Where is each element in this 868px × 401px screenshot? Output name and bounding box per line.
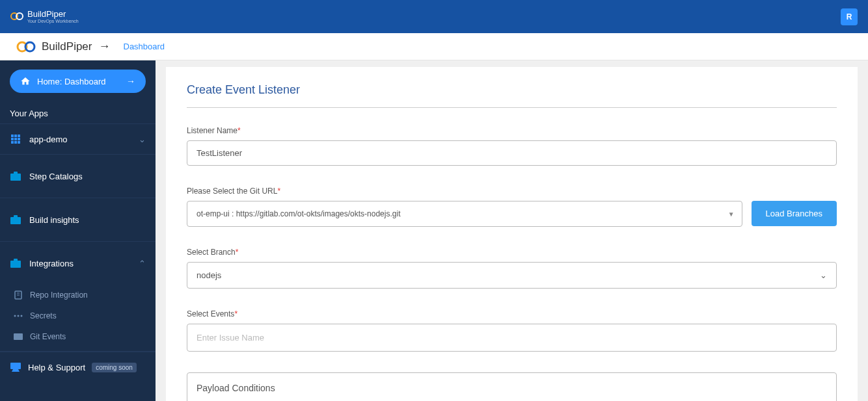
banner-brand-text: BuildPiper — [27, 10, 79, 19]
svg-rect-23 — [14, 333, 23, 340]
svg-point-21 — [18, 315, 20, 317]
svg-rect-10 — [11, 141, 14, 144]
header-brand-text: BuildPiper — [42, 40, 92, 53]
payload-title: Payload Conditions — [197, 383, 827, 393]
select-branch-label: Select Branch* — [187, 248, 837, 257]
banner-tagline: Your DevOps Workbench — [27, 19, 79, 23]
git-url-select[interactable]: ot-emp-ui : https://gitlab.com/ot-okts/i… — [187, 201, 742, 227]
main-content: Create Event Listener Listener Name* Ple… — [156, 60, 868, 401]
home-icon — [20, 76, 31, 86]
ticket-icon — [13, 331, 23, 342]
select-events-label: Select Events* — [187, 309, 837, 318]
sidebar: Home: Dashboard → Your Apps app-demo ⌄ S… — [0, 60, 156, 401]
svg-rect-12 — [18, 141, 20, 144]
banner-logo: BuildPiper Your DevOps Workbench — [10, 10, 79, 23]
events-input[interactable] — [187, 324, 837, 352]
svg-rect-15 — [10, 217, 21, 224]
secrets-label: Secrets — [30, 311, 57, 320]
user-avatar[interactable]: R — [841, 8, 858, 25]
header-logo[interactable]: BuildPiper — [16, 40, 92, 53]
load-branches-button[interactable]: Load Branches — [752, 201, 837, 226]
svg-point-22 — [21, 315, 23, 317]
chevron-down-icon: ⌄ — [139, 135, 146, 144]
svg-rect-14 — [14, 172, 18, 174]
briefcase-icon — [10, 170, 21, 182]
sidebar-item-build-insights[interactable]: Build insights — [0, 198, 156, 242]
repo-label: Repo Integration — [30, 291, 88, 300]
top-banner: BuildPiper Your DevOps Workbench R — [0, 0, 868, 33]
repo-icon — [13, 290, 23, 300]
chevron-up-icon: ⌃ — [139, 259, 146, 268]
listener-name-input[interactable] — [187, 140, 837, 166]
svg-rect-7 — [11, 138, 14, 140]
payload-conditions-section: Payload Conditions — [187, 372, 837, 401]
sidebar-item-integrations[interactable]: Integrations ⌃ — [0, 242, 156, 281]
home-label: Home: Dashboard — [37, 77, 106, 86]
build-insights-label: Build insights — [29, 215, 79, 225]
arrow-right-icon: → — [99, 40, 111, 53]
home-button[interactable]: Home: Dashboard → — [10, 70, 146, 93]
briefcase-icon — [10, 257, 21, 269]
grid-icon — [10, 133, 21, 145]
your-apps-title: Your Apps — [0, 102, 156, 123]
breadcrumb-dashboard[interactable]: Dashboard — [124, 42, 165, 51]
svg-rect-13 — [10, 174, 21, 181]
help-label: Help & Support — [28, 363, 85, 372]
git-events-label: Git Events — [30, 332, 66, 341]
help-icon — [10, 361, 21, 373]
integrations-label: Integrations — [29, 259, 74, 268]
chevron-down-icon: ⌄ — [820, 270, 827, 280]
sidebar-item-step-catalogs[interactable]: Step Catalogs — [0, 155, 156, 198]
svg-point-20 — [14, 315, 16, 317]
svg-rect-5 — [14, 135, 17, 137]
sub-item-repo-integration[interactable]: Repo Integration — [0, 285, 156, 305]
branch-value: nodejs — [197, 270, 221, 280]
secrets-icon — [13, 311, 23, 321]
app-label: app-demo — [29, 135, 68, 144]
svg-rect-11 — [14, 141, 17, 144]
svg-rect-8 — [14, 138, 17, 140]
logo-icon — [16, 40, 36, 53]
sub-item-secrets[interactable]: Secrets — [0, 305, 156, 326]
sub-item-git-events[interactable]: Git Events — [0, 326, 156, 347]
page-title: Create Event Listener — [187, 83, 837, 108]
svg-rect-4 — [11, 135, 14, 137]
git-url-label: Please Select the Git URL* — [187, 187, 837, 196]
svg-rect-6 — [18, 135, 20, 137]
form-card: Create Event Listener Listener Name* Ple… — [166, 67, 858, 401]
svg-rect-9 — [18, 138, 20, 140]
coming-soon-badge: coming soon — [92, 363, 137, 372]
step-catalogs-label: Step Catalogs — [29, 172, 83, 181]
logo-icon — [10, 12, 23, 21]
header-bar: BuildPiper → Dashboard — [0, 33, 868, 60]
briefcase-icon — [10, 214, 21, 226]
integrations-submenu: Repo Integration Secrets Git Events — [0, 281, 156, 352]
sidebar-item-app-demo[interactable]: app-demo ⌄ — [0, 123, 156, 155]
branch-select[interactable]: nodejs ⌄ — [187, 262, 837, 289]
arrow-right-icon: → — [126, 76, 135, 86]
svg-rect-17 — [10, 261, 21, 268]
sidebar-item-help[interactable]: Help & Support coming soon — [0, 352, 156, 382]
svg-rect-24 — [10, 363, 21, 369]
svg-rect-18 — [14, 259, 18, 261]
listener-name-label: Listener Name* — [187, 126, 837, 135]
svg-rect-16 — [14, 215, 18, 218]
